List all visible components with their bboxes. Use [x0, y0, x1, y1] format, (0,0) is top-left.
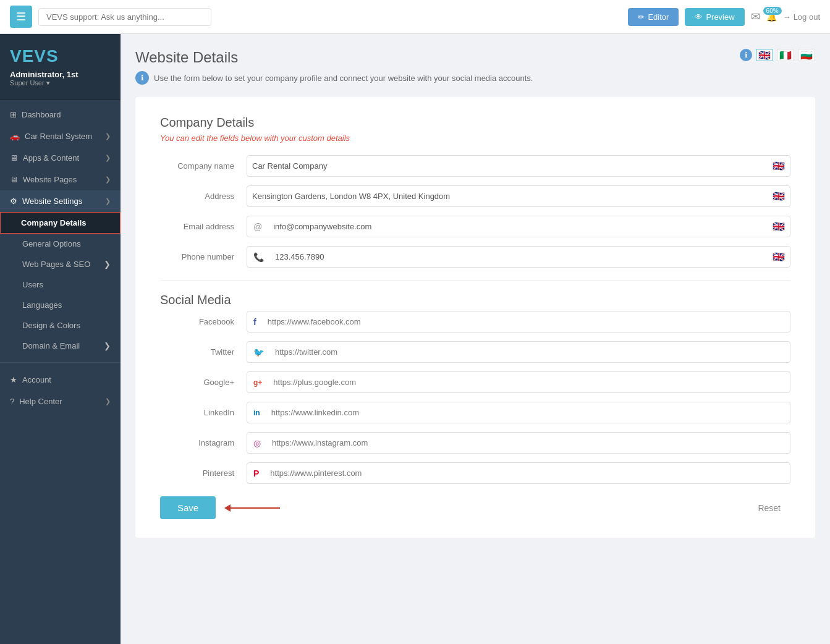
chevron-right-icon: ❯ — [105, 154, 111, 162]
menu-toggle-button[interactable]: ☰ — [10, 6, 32, 28]
arrow-line — [231, 507, 280, 509]
address-group: Address 🇬🇧 — [160, 185, 790, 207]
editor-button[interactable]: ✏ Editor — [628, 8, 679, 26]
company-name-group: Company name 🇬🇧 — [160, 155, 790, 177]
facebook-group: Facebook f — [160, 311, 790, 333]
logout-icon: → — [783, 12, 791, 22]
instagram-input[interactable] — [267, 433, 790, 453]
chevron-down-icon: ❯ — [105, 197, 111, 205]
chevron-right-icon: ❯ — [104, 341, 111, 350]
twitter-input[interactable] — [270, 342, 790, 362]
star-icon: ★ — [10, 375, 17, 384]
main-content: Website Details ℹ 🇬🇧 🇮🇹 🇧🇬 ℹ Use the for… — [121, 34, 830, 644]
save-button[interactable]: Save — [160, 496, 216, 519]
sidebar-item-website-pages[interactable]: 🖥 Website Pages ❯ — [0, 169, 121, 190]
sidebar-item-label: Website Pages — [23, 175, 77, 184]
address-input[interactable] — [247, 186, 768, 206]
chevron-down-icon: ▾ — [46, 79, 50, 87]
googleplus-label: Google+ — [160, 378, 247, 387]
address-input-wrapper: 🇬🇧 — [247, 185, 790, 207]
instagram-label: Instagram — [160, 438, 247, 447]
page-info-icon: ℹ — [135, 71, 149, 85]
sidebar-item-domain-email[interactable]: Domain & Email ❯ — [0, 336, 121, 356]
sidebar-item-company-details[interactable]: Company Details — [0, 212, 121, 234]
topbar-left: ☰ — [10, 6, 620, 28]
reset-button[interactable]: Reset — [748, 497, 790, 519]
twitter-icon: 🐦 — [247, 347, 270, 357]
flag-uk-icon: 🇬🇧 — [768, 190, 790, 202]
twitter-label: Twitter — [160, 347, 247, 357]
sidebar-item-languages[interactable]: Languages — [0, 295, 121, 315]
twitter-input-wrapper: 🐦 — [247, 341, 790, 363]
sidebar-item-label: Car Rental System — [25, 132, 92, 141]
arrow-indicator — [226, 504, 280, 512]
company-details-title: Company Details — [160, 116, 790, 130]
sidebar-item-car-rental[interactable]: 🚗 Car Rental System ❯ — [0, 125, 121, 147]
chevron-right-icon: ❯ — [105, 397, 111, 405]
brand-logo: VEVS — [10, 46, 111, 66]
preview-button[interactable]: 👁 Preview — [685, 8, 744, 26]
sidebar-item-users[interactable]: Users — [0, 274, 121, 295]
at-icon: @ — [247, 222, 268, 232]
edit-hint: You can edit the fields below with your … — [160, 133, 790, 143]
phone-label: Phone number — [160, 252, 247, 261]
search-input[interactable] — [38, 8, 211, 26]
phone-icon: 📞 — [247, 252, 270, 262]
linkedin-input[interactable] — [266, 402, 790, 423]
form-actions-left: Save — [160, 496, 280, 519]
googleplus-group: Google+ g+ — [160, 371, 790, 393]
sidebar-item-dashboard[interactable]: ⊞ Dashboard — [0, 104, 121, 125]
language-flags: ℹ 🇬🇧 🇮🇹 🇧🇬 — [740, 49, 815, 61]
sidebar-item-website-settings[interactable]: ⚙ Website Settings ❯ — [0, 190, 121, 212]
sidebar-item-apps-content[interactable]: 🖥 Apps & Content ❯ — [0, 147, 121, 169]
address-label: Address — [160, 192, 247, 201]
instagram-icon: ◎ — [247, 438, 267, 448]
sidebar: VEVS Administrator, 1st Super User ▾ ⊞ D… — [0, 34, 121, 644]
sidebar-item-general-options[interactable]: General Options — [0, 234, 121, 254]
flag-english[interactable]: 🇬🇧 — [756, 49, 773, 61]
sidebar-item-design-colors[interactable]: Design & Colors — [0, 315, 121, 336]
brand-username: Administrator, 1st — [10, 70, 111, 79]
company-name-input-wrapper: 🇬🇧 — [247, 155, 790, 177]
company-name-input[interactable] — [247, 156, 768, 176]
sidebar-item-account[interactable]: ★ Account — [0, 369, 121, 391]
facebook-icon: f — [247, 317, 263, 327]
email-label: Email address — [160, 222, 247, 231]
topbar: ☰ ✏ Editor 👁 Preview ✉ 🔔 60% → Log out — [0, 0, 830, 34]
linkedin-label: LinkedIn — [160, 408, 247, 417]
flag-italian[interactable]: 🇮🇹 — [777, 49, 794, 61]
pinterest-icon: P — [247, 468, 265, 478]
linkedin-icon: in — [247, 409, 266, 417]
sidebar-bottom-nav: ★ Account ? Help Center ❯ — [0, 365, 121, 416]
info-icon[interactable]: ℹ — [740, 49, 752, 61]
section-divider — [160, 280, 790, 281]
sidebar-item-help-center[interactable]: ? Help Center ❯ — [0, 391, 121, 412]
email-icon[interactable]: ✉ — [751, 10, 760, 23]
chevron-right-icon: ❯ — [104, 260, 111, 269]
email-input[interactable] — [268, 216, 768, 237]
instagram-input-wrapper: ◎ — [247, 432, 790, 454]
phone-input[interactable] — [270, 247, 768, 267]
facebook-label: Facebook — [160, 317, 247, 326]
sidebar-item-web-pages-seo[interactable]: Web Pages & SEO ❯ — [0, 254, 121, 274]
editor-icon: ✏ — [638, 12, 645, 22]
pages-icon: 🖥 — [10, 175, 18, 184]
form-card: Company Details You can edit the fields … — [135, 97, 815, 538]
sidebar-item-label: Dashboard — [22, 110, 61, 119]
flag-uk-icon: 🇬🇧 — [768, 251, 790, 263]
googleplus-input-wrapper: g+ — [247, 371, 790, 393]
instagram-group: Instagram ◎ — [160, 432, 790, 454]
settings-icon: ⚙ — [10, 197, 17, 206]
logout-button[interactable]: → Log out — [783, 12, 820, 22]
page-header: Website Details ℹ 🇬🇧 🇮🇹 🇧🇬 — [135, 49, 815, 66]
notification-bell[interactable]: 🔔 60% — [766, 12, 777, 22]
facebook-input[interactable] — [263, 311, 790, 332]
arrow-head-icon — [224, 504, 231, 512]
pinterest-input-wrapper: P — [247, 462, 790, 484]
flag-bulgarian[interactable]: 🇧🇬 — [798, 49, 815, 61]
pinterest-input[interactable] — [265, 463, 790, 483]
topbar-actions: ✏ Editor 👁 Preview ✉ 🔔 60% → Log out — [628, 8, 820, 26]
googleplus-input[interactable] — [268, 372, 790, 392]
flag-uk-icon: 🇬🇧 — [768, 221, 790, 232]
page-info: ℹ Use the form below to set your company… — [135, 71, 815, 85]
